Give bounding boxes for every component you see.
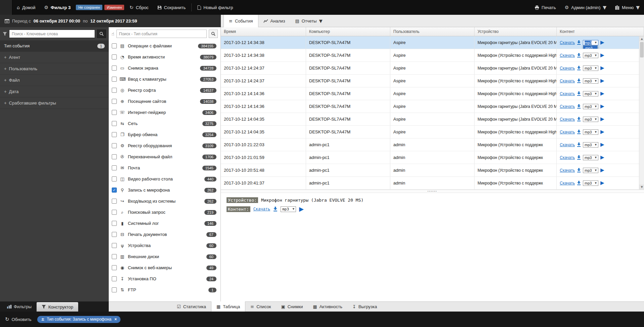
sidebar-section[interactable]: Тип события 1 (0, 40, 109, 52)
format-select[interactable]: mp3 ▼ (583, 53, 598, 58)
download-link[interactable]: Скачать (560, 117, 575, 122)
table-row[interactable]: 2017-10-10 20:41:37 admin-pc1 admin Микр… (221, 177, 644, 190)
scrollbar-thumb[interactable] (640, 42, 644, 57)
reset-button[interactable]: ↻ Сброс (125, 0, 153, 15)
event-type-search-button[interactable] (209, 30, 218, 38)
panel-splitter[interactable]: •••••• (221, 190, 644, 193)
format-select[interactable]: mp3 ▼ (583, 66, 598, 71)
format-select[interactable]: mp3 ▼ (583, 129, 598, 135)
event-type-checkbox[interactable]: ✓ (112, 254, 117, 259)
download-link[interactable]: Скачать (560, 40, 575, 45)
event-type-checkbox[interactable]: ✓ (112, 88, 117, 93)
event-type-row[interactable]: ✓ ⊟ Печать документов 67 (109, 229, 220, 240)
format-select[interactable]: mp3 ▼ (583, 117, 598, 122)
format-select[interactable]: mp3 ▼ (583, 168, 598, 173)
event-type-checkbox[interactable]: ✓ (112, 210, 117, 215)
table-row[interactable]: 2017-10-12 14:24:37 DESKTOP-SL7A47M Aspi… (221, 75, 644, 87)
close-icon[interactable]: × (114, 317, 117, 322)
download-icon[interactable] (577, 130, 581, 134)
play-button[interactable]: ▶ (600, 180, 604, 186)
format-select[interactable]: mp3 ▼ (583, 104, 598, 109)
table-row[interactable]: 2017-10-10 20:51:48 admin-pc1 admin Микр… (221, 164, 644, 177)
scroll-up-arrow[interactable]: ▲ (639, 36, 644, 41)
download-link[interactable]: Скачать (560, 66, 575, 71)
active-filter-chip[interactable]: ± Тип события: Запись с микрофона × (37, 316, 120, 323)
event-type-checkbox[interactable]: ✓ (112, 232, 117, 237)
event-type-checkbox[interactable]: ✓ (112, 165, 117, 170)
play-button[interactable]: ▶ (600, 40, 604, 45)
event-type-row[interactable]: ✓ ⇅ FTP 1 (109, 284, 220, 295)
event-type-row[interactable]: ✓ ◉ Снимок с веб-камеры 49 (109, 262, 220, 273)
download-icon[interactable] (577, 155, 581, 160)
event-type-row[interactable]: ✓ ✉ Почта 1545 (109, 162, 220, 173)
event-type-checkbox[interactable]: ✓ (112, 287, 117, 292)
download-icon[interactable] (577, 168, 581, 172)
event-type-checkbox[interactable]: ✓ (112, 221, 117, 226)
download-link[interactable]: Скачать (560, 142, 575, 147)
play-button[interactable]: ▶ (600, 142, 604, 147)
event-type-row[interactable]: ✓ ❐ Буфер обмена 3254 (109, 129, 220, 140)
tab-analysis[interactable]: Анализ (258, 15, 290, 27)
download-icon[interactable] (577, 91, 581, 96)
play-button[interactable]: ▶ (600, 66, 604, 71)
table-row[interactable]: 2017-10-12 14:04:35 DESKTOP-SL7A47M Aspi… (221, 126, 644, 138)
refresh-button[interactable]: ↻ Обновить (5, 316, 31, 322)
event-type-row[interactable]: ✓ ⇆ Сеть 3275 (109, 118, 220, 129)
format-select[interactable]: mp3 ▼ (583, 155, 598, 160)
event-type-checkbox[interactable]: ✓ (112, 265, 117, 270)
download-link[interactable]: Скачать (560, 155, 575, 160)
event-type-checkbox[interactable]: ✓ (112, 154, 117, 159)
format-select[interactable]: mp3 ▼ (281, 206, 296, 212)
event-type-checkbox[interactable]: ✓ (112, 176, 117, 181)
download-icon[interactable] (577, 142, 581, 147)
event-type-row[interactable]: ✓ ◫ Видео рабочего стола 440 (109, 173, 220, 185)
download-icon[interactable] (577, 53, 581, 57)
event-type-row[interactable]: ✓ ▤ Операции с файлами 384155 (109, 40, 220, 51)
filter-button[interactable]: ⚙ Фильтр 3 (40, 0, 75, 15)
event-type-row[interactable]: ✓ ↪ Вход/выход из системы 262 (109, 196, 220, 207)
event-type-row[interactable]: ✓ ▭ Снимок экрана 34728 (109, 63, 220, 74)
download-icon[interactable] (577, 104, 581, 109)
pointer-icon[interactable]: ☝ (111, 31, 114, 37)
sidebar-section[interactable]: + Дата (0, 86, 109, 97)
event-type-row[interactable]: ✓ ⊕ Посещение сайтов 14038 (109, 96, 220, 107)
column-header[interactable]: Пользователь (390, 27, 475, 36)
play-button[interactable]: ▶ (600, 117, 604, 122)
print-button[interactable]: Печать (530, 0, 560, 15)
download-link[interactable]: Скачать (560, 181, 575, 186)
bottom-tab[interactable]: ▦ Таблица (211, 301, 245, 312)
keyword-search-input[interactable] (9, 30, 95, 38)
play-button[interactable]: ▶ (600, 53, 604, 58)
bottom-tab[interactable]: ↧ Выгрузка (347, 302, 382, 312)
tab-filters[interactable]: Фильтры (2, 301, 37, 312)
download-icon[interactable] (273, 207, 278, 211)
download-icon[interactable] (577, 117, 581, 121)
table-row[interactable]: 2017-10-12 14:04:35 DESKTOP-SL7A47M Aspi… (221, 113, 644, 126)
download-icon[interactable] (577, 40, 581, 45)
sidebar-section[interactable]: + Сработавшие фильтры (0, 97, 109, 109)
event-type-row[interactable]: ✓ ↧ Установка ПО 24 (109, 273, 220, 284)
event-type-row[interactable]: ✓ ψ Устройства 60 (109, 240, 220, 251)
table-row[interactable]: 2017-10-12 14:34:38 DESKTOP-SL7A47M Aspi… (221, 36, 644, 49)
event-type-checkbox[interactable]: ✓ (112, 54, 117, 59)
new-filter-button[interactable]: Новый фильтр (193, 0, 237, 15)
sidebar-section[interactable]: + Файл (0, 75, 109, 86)
event-type-row[interactable]: ✓ ✇ Перехваченный файл 1706 (109, 151, 220, 162)
tab-constructor[interactable]: Конструктор (37, 302, 78, 312)
download-link[interactable]: Скачать (560, 91, 575, 96)
format-select[interactable]: mp3 ▼ (583, 40, 598, 45)
event-type-checkbox[interactable]: ✓ (112, 121, 117, 126)
save-button[interactable]: Сохранить (153, 0, 190, 15)
bottom-tab[interactable]: ▣ Снимки (276, 302, 308, 312)
column-header[interactable]: Контент (557, 27, 644, 36)
event-type-row[interactable]: ✓ ☏ Интернет-пейджер 3406 (109, 107, 220, 118)
app-logo-box[interactable] (0, 0, 12, 15)
event-type-row[interactable]: ✓ ◔ Время активности 38079 (109, 51, 220, 63)
format-select[interactable]: mp3 ▼ (583, 180, 598, 186)
bottom-tab[interactable]: ☑ Статистика (172, 302, 211, 312)
play-button[interactable]: ▶ (600, 91, 604, 96)
column-header[interactable]: Компьютер (306, 27, 390, 36)
table-row[interactable]: 2017-10-10 21:22:03 admin-pc1 admin Микр… (221, 138, 644, 151)
download-link[interactable]: Скачать (560, 130, 575, 134)
event-type-checkbox[interactable]: ✓ (112, 43, 117, 48)
